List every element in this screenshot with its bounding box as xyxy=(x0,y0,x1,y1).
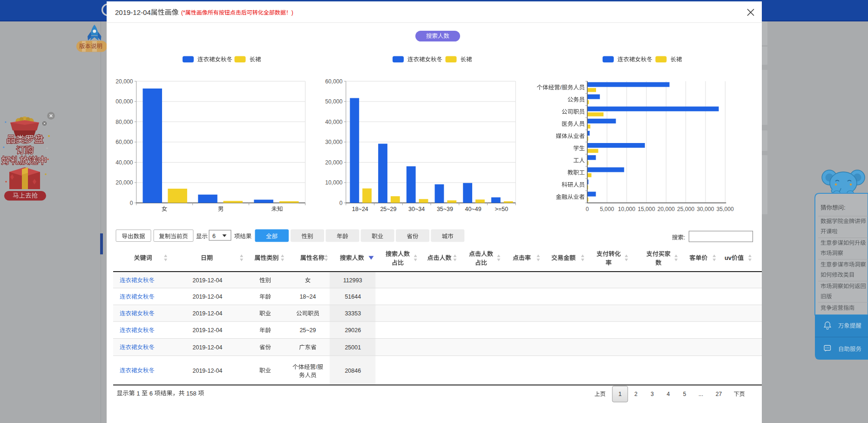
svg-text:35~39: 35~39 xyxy=(437,206,453,212)
svg-text:10,000: 10,000 xyxy=(325,179,342,186)
svg-text:2019-12-04: 2019-12-04 xyxy=(193,293,223,300)
svg-text:29026: 29026 xyxy=(345,327,361,334)
svg-text:2019-12-04: 2019-12-04 xyxy=(193,327,223,334)
svg-text:80,000: 80,000 xyxy=(115,119,133,125)
svg-text:1: 1 xyxy=(618,391,622,397)
svg-text:5,000: 5,000 xyxy=(600,206,614,212)
svg-text:0: 0 xyxy=(586,206,589,212)
svg-text:2019-12-04: 2019-12-04 xyxy=(193,368,223,374)
svg-text:2019-12-04: 2019-12-04 xyxy=(193,310,223,317)
svg-text:35,000: 35,000 xyxy=(717,206,734,212)
svg-text:...: ... xyxy=(698,391,703,397)
svg-text:/: / xyxy=(316,364,318,370)
svg-text:25001: 25001 xyxy=(345,344,361,351)
svg-text:60,000: 60,000 xyxy=(325,78,342,85)
svg-text:25~29: 25~29 xyxy=(380,206,396,212)
svg-text:15,000: 15,000 xyxy=(637,206,655,212)
svg-text:158: 158 xyxy=(185,390,198,397)
svg-text:18~24: 18~24 xyxy=(352,206,368,212)
svg-text:20,000: 20,000 xyxy=(115,78,133,85)
svg-text:20,000: 20,000 xyxy=(325,159,342,166)
svg-text:2019-12-04: 2019-12-04 xyxy=(115,8,151,16)
svg-text:20,000: 20,000 xyxy=(115,179,133,186)
svg-text:20,000: 20,000 xyxy=(658,206,675,212)
svg-text:5: 5 xyxy=(683,391,686,397)
svg-text:10,000: 10,000 xyxy=(618,206,635,212)
svg-text:40~49: 40~49 xyxy=(465,206,481,212)
svg-text::: : xyxy=(684,234,685,241)
svg-text:25~29: 25~29 xyxy=(299,327,316,334)
svg-text:uv: uv xyxy=(725,254,732,261)
svg-text:2: 2 xyxy=(634,391,637,397)
svg-text:6: 6 xyxy=(212,233,216,239)
svg-text:112993: 112993 xyxy=(343,277,362,284)
svg-text:40,000: 40,000 xyxy=(325,119,342,125)
svg-text:0: 0 xyxy=(130,200,133,206)
svg-text:33353: 33353 xyxy=(345,310,361,317)
svg-text:0: 0 xyxy=(339,200,343,206)
svg-text:30,000: 30,000 xyxy=(325,139,342,145)
svg-text:27: 27 xyxy=(716,391,722,397)
svg-text:30,000: 30,000 xyxy=(697,206,714,212)
svg-text:1: 1 xyxy=(135,390,142,397)
svg-text:25,000: 25,000 xyxy=(677,206,694,212)
svg-text:30~34: 30~34 xyxy=(408,206,425,212)
svg-text:2019-12-04: 2019-12-04 xyxy=(193,344,223,351)
svg-text:): ) xyxy=(292,9,293,16)
svg-text:40,000: 40,000 xyxy=(115,159,133,166)
svg-text:60,000: 60,000 xyxy=(115,139,133,145)
svg-text:00,000: 00,000 xyxy=(115,98,133,105)
svg-text:2019-12-04: 2019-12-04 xyxy=(193,277,223,284)
svg-text:18~24: 18~24 xyxy=(299,293,316,300)
svg-text:(*: (* xyxy=(181,9,185,16)
svg-text::: : xyxy=(844,205,845,211)
svg-text:20846: 20846 xyxy=(345,368,361,374)
svg-text:>=50: >=50 xyxy=(495,206,509,212)
svg-text:/: / xyxy=(560,84,562,91)
svg-text:6: 6 xyxy=(148,390,154,397)
svg-text:50,000: 50,000 xyxy=(325,98,342,105)
svg-text:3: 3 xyxy=(651,391,654,397)
svg-text:4: 4 xyxy=(667,391,670,397)
svg-text:51644: 51644 xyxy=(345,293,361,300)
